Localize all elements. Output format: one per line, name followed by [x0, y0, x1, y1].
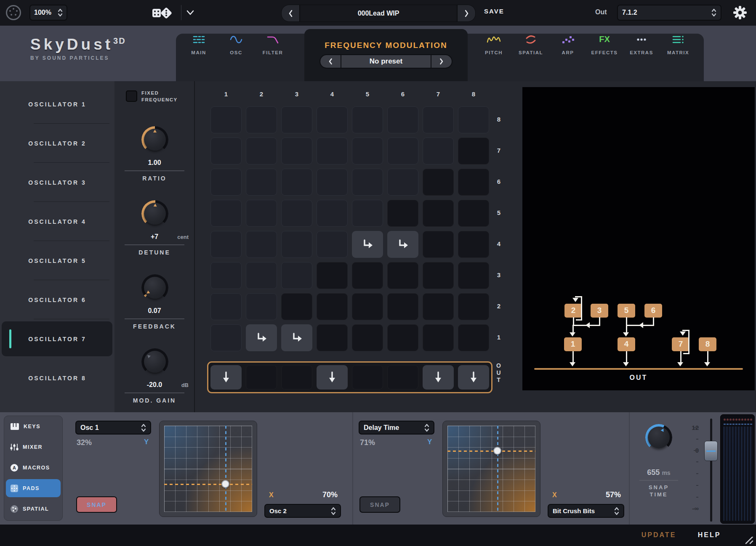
matrix-cell-8-6[interactable] [458, 169, 489, 196]
tab-pitch[interactable]: PITCH [475, 33, 512, 55]
matrix-cell-7-3[interactable] [423, 262, 454, 289]
matrix-cell-8-8[interactable] [458, 106, 489, 133]
matrix-cell-8-7[interactable] [458, 138, 489, 164]
matrix-cell-6-1[interactable] [387, 324, 418, 351]
mod_gain-knob[interactable] [141, 348, 168, 375]
matrix-cell-1-5[interactable] [210, 200, 242, 227]
matrix-cell-2-7[interactable] [246, 138, 277, 164]
matrix-cell-2-1[interactable] [246, 324, 277, 351]
matrix-out-cell-6[interactable] [387, 365, 418, 390]
matrix-cell-1-3[interactable] [210, 262, 242, 289]
matrix-out-cell-4[interactable] [317, 365, 348, 390]
matrix-cell-3-2[interactable] [281, 293, 312, 320]
window-resize-handle[interactable] [740, 537, 753, 544]
matrix-cell-3-1[interactable] [281, 324, 312, 351]
nav-item-keys[interactable]: KEYS [4, 416, 62, 437]
detune-knob[interactable] [141, 200, 168, 227]
matrix-cell-1-2[interactable] [210, 293, 242, 320]
matrix-cell-6-4[interactable] [387, 231, 418, 258]
matrix-cell-2-8[interactable] [246, 106, 277, 133]
fixed-frequency-checkbox[interactable] [126, 90, 137, 102]
matrix-cell-6-7[interactable] [387, 138, 418, 164]
matrix-cell-4-5[interactable] [317, 200, 348, 227]
matrix-cell-2-4[interactable] [246, 231, 277, 258]
diagram-osc-box-5[interactable]: 5 [618, 304, 635, 318]
matrix-cell-4-1[interactable] [317, 324, 348, 351]
tab-arp[interactable]: ARP [549, 33, 586, 55]
feedback-knob[interactable] [141, 274, 168, 301]
save-button[interactable]: SAVE [484, 8, 504, 15]
pad2-snap-button[interactable]: SNAP [359, 496, 400, 513]
zoom-control[interactable]: 100% [29, 5, 67, 21]
sidebar-item-oscillator-1[interactable]: OSCILLATOR 1 [0, 85, 114, 124]
sidebar-item-oscillator-8[interactable]: OSCILLATOR 8 [0, 358, 114, 398]
matrix-cell-3-8[interactable] [281, 106, 312, 133]
nav-item-pads[interactable]: PADS [4, 478, 62, 498]
matrix-cell-4-6[interactable] [317, 169, 348, 196]
pad2-y-target-dropdown[interactable]: Delay Time [359, 421, 434, 435]
matrix-cell-4-8[interactable] [317, 106, 348, 133]
matrix-cell-8-4[interactable] [458, 231, 489, 258]
nav-item-spatial[interactable]: SPATIAL [4, 498, 62, 519]
stepper-updown-icon[interactable] [58, 8, 63, 17]
matrix-cell-5-7[interactable] [352, 138, 383, 164]
matrix-cell-3-7[interactable] [281, 138, 312, 164]
matrix-cell-3-4[interactable] [281, 231, 312, 258]
pad1-y-target-dropdown[interactable]: Osc 1 [75, 421, 151, 435]
matrix-cell-8-1[interactable] [458, 324, 489, 351]
matrix-cell-7-7[interactable] [423, 138, 454, 164]
diagram-osc-box-1[interactable]: 1 [564, 337, 582, 351]
matrix-cell-6-2[interactable] [387, 293, 418, 320]
output-config-dropdown[interactable]: 7.1.2 [617, 5, 721, 21]
fm-preset-prev-button[interactable] [320, 55, 341, 68]
tab-filter[interactable]: FILTER [254, 33, 291, 55]
matrix-cell-8-3[interactable] [458, 262, 489, 289]
update-link[interactable]: UPDATE [631, 531, 686, 539]
matrix-out-cell-5[interactable] [352, 365, 383, 390]
matrix-cell-5-3[interactable] [352, 262, 383, 289]
tab-osc[interactable]: OSC [218, 33, 255, 55]
matrix-cell-6-8[interactable] [387, 106, 418, 133]
matrix-cell-6-5[interactable] [387, 200, 418, 227]
matrix-cell-1-1[interactable] [210, 324, 242, 351]
matrix-out-cell-8[interactable] [458, 365, 489, 390]
matrix-cell-5-6[interactable] [352, 169, 383, 196]
matrix-out-cell-1[interactable] [210, 365, 242, 390]
diagram-osc-box-6[interactable]: 6 [644, 304, 662, 318]
matrix-out-cell-7[interactable] [423, 365, 454, 390]
matrix-cell-5-5[interactable] [352, 200, 383, 227]
sidebar-item-oscillator-2[interactable]: OSCILLATOR 2 [0, 124, 114, 163]
matrix-cell-7-5[interactable] [423, 200, 454, 227]
help-link[interactable]: HELP [690, 531, 728, 539]
matrix-cell-4-2[interactable] [317, 293, 348, 320]
matrix-cell-1-6[interactable] [210, 169, 242, 196]
matrix-cell-7-6[interactable] [423, 169, 454, 196]
diagram-osc-box-3[interactable]: 3 [591, 304, 608, 318]
matrix-cell-5-8[interactable] [352, 106, 383, 133]
pad2-x-target-dropdown[interactable]: Bit Crush Bits [548, 504, 624, 518]
matrix-cell-1-8[interactable] [210, 106, 242, 133]
slider-handle[interactable] [704, 441, 718, 461]
sidebar-item-oscillator-5[interactable]: OSCILLATOR 5 [0, 241, 114, 280]
matrix-cell-4-7[interactable] [317, 138, 348, 164]
matrix-cell-7-4[interactable] [423, 231, 454, 258]
tab-matrix[interactable]: MATRIX [660, 33, 697, 55]
sidebar-item-oscillator-4[interactable]: OSCILLATOR 4 [0, 202, 114, 241]
diagram-osc-box-7[interactable]: 7 [672, 337, 689, 351]
ratio-knob[interactable] [141, 126, 168, 153]
pad1-xy-surface[interactable] [159, 421, 257, 517]
preset-prev-button[interactable] [282, 5, 299, 21]
matrix-cell-6-3[interactable] [387, 262, 418, 289]
matrix-cell-5-2[interactable] [352, 293, 383, 320]
settings-gear-icon[interactable] [732, 5, 748, 20]
matrix-cell-1-7[interactable] [210, 138, 242, 164]
tab-extras[interactable]: EXTRAS [623, 33, 660, 55]
matrix-cell-2-3[interactable] [246, 262, 277, 289]
sidebar-item-oscillator-7[interactable]: OSCILLATOR 7 [0, 319, 114, 358]
matrix-cell-8-5[interactable] [458, 200, 489, 227]
tab-spatial[interactable]: SPATIAL [512, 33, 549, 55]
matrix-cell-2-6[interactable] [246, 169, 277, 196]
preset-next-button[interactable] [458, 5, 475, 21]
sidebar-item-oscillator-6[interactable]: OSCILLATOR 6 [0, 280, 114, 319]
matrix-out-cell-3[interactable] [281, 365, 312, 390]
